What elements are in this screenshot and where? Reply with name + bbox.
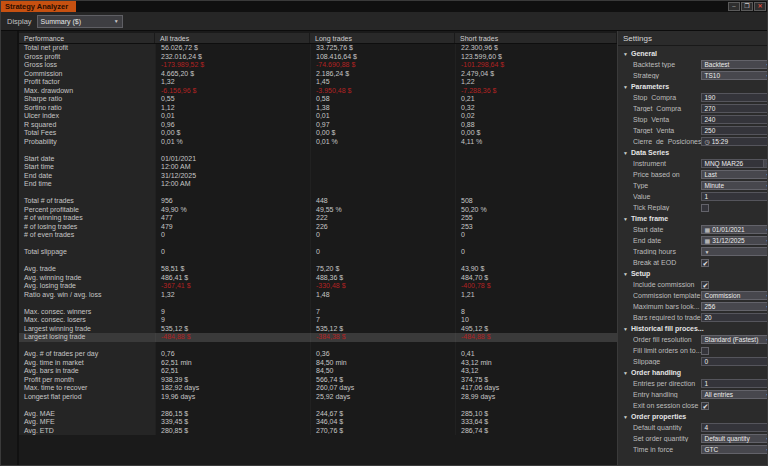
close-button[interactable]: ✕ [754, 2, 766, 11]
display-dropdown[interactable]: Summary ($) ▼ [37, 15, 123, 28]
row-value: 346,04 $ [310, 418, 455, 427]
row-value: 01/01/2021 [155, 155, 310, 164]
row-label [19, 189, 155, 198]
setting-label: Bars required to trade [633, 314, 701, 321]
window-title-tab[interactable]: Strategy Analyzer [1, 1, 76, 12]
grid-row[interactable]: Ulcer index0,010,010,02 [19, 112, 617, 121]
grid-row[interactable]: Avg. bars in trade62,5184,5043,12 [19, 367, 617, 376]
time-in-force-dropdown[interactable]: GTC▼ [701, 445, 768, 454]
tick-replay-checkbox[interactable] [701, 204, 709, 212]
grid-row[interactable]: Profit factor1,321,451,22 [19, 78, 617, 87]
grid-row[interactable]: # of winning trades477222255 [19, 214, 617, 223]
column-header-long-trades[interactable]: Long trades [310, 33, 455, 43]
strategy-dropdown[interactable]: TS10▼ [701, 71, 768, 80]
grid-row[interactable]: Avg. winning trade486,41 $488,36 $484,70… [19, 274, 617, 283]
grid-row[interactable]: End date31/12/2025 [19, 172, 617, 181]
section-general[interactable]: ▼General [622, 48, 768, 59]
grid-row[interactable]: Start time12:00 AM [19, 163, 617, 172]
commission-template-dropdown[interactable]: Commission▼ [701, 291, 768, 300]
grid-row[interactable]: Avg. ETD280,85 $270,76 $286,74 $ [19, 427, 617, 436]
grid-row[interactable]: Ratio avg. win / avg. loss1,321,481,21 [19, 291, 617, 300]
stop-compra-input[interactable]: 190 [701, 93, 768, 102]
row-value: 1,32 [155, 291, 310, 300]
type-dropdown[interactable]: Minute▼ [701, 181, 768, 190]
exit-on-session-close-checkbox[interactable]: ✔ [701, 402, 709, 410]
grid-row[interactable]: Avg. losing trade-367,41 $-330,48 $-400,… [19, 282, 617, 291]
grid-row[interactable]: R squared0,960,970,88 [19, 121, 617, 130]
grid-gap-row [19, 240, 617, 249]
row-label: Largest losing trade [19, 333, 155, 342]
grid-row[interactable]: Sharpe ratio0,550,580,21 [19, 95, 617, 104]
setting-include-commission: Include commission✔ [622, 279, 768, 290]
grid-row[interactable]: Commission4.665,20 $2.186,24 $2.479,04 $ [19, 70, 617, 79]
maximize-icon: ❐ [744, 3, 749, 9]
break-at-eod-checkbox[interactable]: ✔ [701, 259, 709, 267]
fill-limit-orders-on-to-checkbox[interactable] [701, 347, 709, 355]
grid-row[interactable]: # of losing trades479226253 [19, 223, 617, 232]
grid-row[interactable]: Avg. MAE286,15 $244,67 $285,10 $ [19, 410, 617, 419]
stop-venta-input[interactable]: 240 [701, 115, 768, 124]
cierre-de-posiciones-time-picker[interactable]: ◷15:29▲▼ [701, 137, 768, 146]
target-venta-input[interactable]: 250 [701, 126, 768, 135]
target-compra-input[interactable]: 270 [701, 104, 768, 113]
grid-row[interactable]: Percent profitable49,90 %49,55 %50,20 % [19, 206, 617, 215]
section-historical-fill-proces[interactable]: ▼Historical fill proces... [622, 323, 768, 334]
maximize-button[interactable]: ❐ [741, 2, 753, 11]
grid-row[interactable]: Sortino ratio1,121,380,32 [19, 104, 617, 113]
grid-row[interactable]: Avg. time in market62,51 min84,50 min43,… [19, 359, 617, 368]
grid-row[interactable]: Avg. # of trades per day0,760,360,41 [19, 350, 617, 359]
grid-row[interactable]: Total Fees0,00 $0,00 $0,00 $ [19, 129, 617, 138]
grid-row[interactable]: Largest losing trade-484,88 $-384,38 $-4… [19, 333, 617, 342]
set-order-quantity-dropdown[interactable]: Default quantity▼ [701, 434, 768, 443]
grid-row[interactable]: Total slippage000 [19, 248, 617, 257]
grid-row[interactable]: Gross profit232.016,24 $108.416,64 $123.… [19, 53, 617, 62]
include-commission-checkbox[interactable]: ✔ [701, 281, 709, 289]
grid-row[interactable]: End time12:00 AM [19, 180, 617, 189]
grid-row[interactable]: Gross loss-173.989,52 $-74.690,88 $-101.… [19, 61, 617, 70]
section-data-series[interactable]: ▼Data Series [622, 147, 768, 158]
end-date-date-picker[interactable]: ▦31/12/2025▼ [701, 236, 768, 245]
grid-row[interactable]: Max. drawdown-6.156,96 $-3.950,48 $-7.28… [19, 87, 617, 96]
row-value: -400,78 $ [455, 282, 617, 291]
column-header-performance[interactable]: Performance [19, 33, 155, 43]
grid-row[interactable]: Total net profit56.026,72 $33.725,76 $22… [19, 44, 617, 53]
grid-row[interactable]: Longest flat period19,96 days25,92 days2… [19, 393, 617, 402]
slippage-input[interactable]: 0 [701, 357, 768, 366]
grid-row[interactable]: Largest winning trade535,12 $535,12 $495… [19, 325, 617, 334]
combo-dropdown-button[interactable]: ▼ [763, 160, 768, 167]
instrument-combo[interactable]: MNQ MAR26▼ [701, 159, 768, 168]
grid-row[interactable]: Avg. MFE339,45 $346,04 $333,64 $ [19, 418, 617, 427]
section-order-handling[interactable]: ▼Order handling [622, 367, 768, 378]
section-parameters[interactable]: ▼Parameters [622, 81, 768, 92]
grid-row[interactable]: # of even trades000 [19, 231, 617, 240]
maximum-bars-look-dropdown[interactable]: 256▼ [701, 302, 768, 311]
row-value: 1,38 [310, 104, 455, 113]
entry-handling-dropdown[interactable]: All entries▼ [701, 390, 768, 399]
column-header-short-trades[interactable]: Short trades [455, 33, 617, 43]
bars-required-to-trade-input[interactable]: 20 [701, 313, 768, 322]
entries-per-direction-input[interactable]: 1 [701, 379, 768, 388]
default-quantity-input[interactable]: 4 [701, 423, 768, 432]
section-time-frame[interactable]: ▼Time frame [622, 213, 768, 224]
grid-row[interactable]: Avg. trade58,51 $75,20 $43,90 $ [19, 265, 617, 274]
setting-label: Maximum bars look... [633, 303, 701, 310]
start-date-date-picker[interactable]: ▦01/01/2021▼ [701, 225, 768, 234]
row-value: 43,90 $ [455, 265, 617, 274]
grid-row[interactable]: Probability0,01 %0,01 %4,11 % [19, 138, 617, 147]
column-header-all-trades[interactable]: All trades [155, 33, 310, 43]
order-fill-resolution-dropdown[interactable]: Standard (Fastest)▼ [701, 335, 768, 344]
grid-row[interactable]: Max. consec. winners978 [19, 308, 617, 317]
value-input[interactable]: 1 [701, 192, 768, 201]
minimize-button[interactable]: – [728, 2, 740, 11]
price-based-on-dropdown[interactable]: Last▼ [701, 170, 768, 179]
row-value: 84,50 min [310, 359, 455, 368]
grid-row[interactable]: Max. time to recover182,92 days260,07 da… [19, 384, 617, 393]
grid-row[interactable]: Profit per month938,39 $566,74 $374,75 $ [19, 376, 617, 385]
trading-hours-dropdown[interactable]: ▼ [701, 247, 768, 256]
grid-row[interactable]: Total # of trades956448508 [19, 197, 617, 206]
section-order-properties[interactable]: ▼Order properties [622, 411, 768, 422]
section-setup[interactable]: ▼Setup [622, 268, 768, 279]
grid-row[interactable]: Max. consec. losers9710 [19, 316, 617, 325]
backtest-type-dropdown[interactable]: Backtest▼ [701, 60, 768, 69]
grid-row[interactable]: Start date01/01/2021 [19, 155, 617, 164]
